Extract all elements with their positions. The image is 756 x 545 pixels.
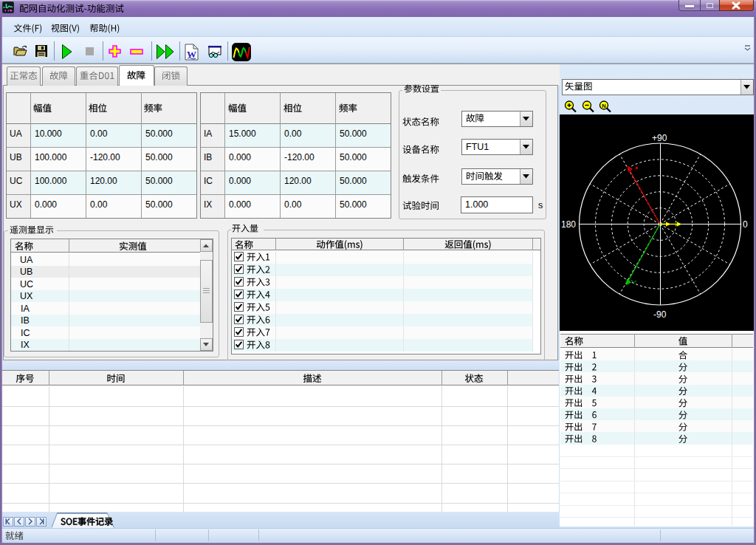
svg-text:+90: +90	[652, 133, 667, 143]
svg-text:0: 0	[743, 219, 748, 230]
svg-text:-90: -90	[653, 309, 667, 320]
svg-text:180: 180	[561, 219, 576, 230]
svg-text:N: N	[602, 103, 605, 109]
